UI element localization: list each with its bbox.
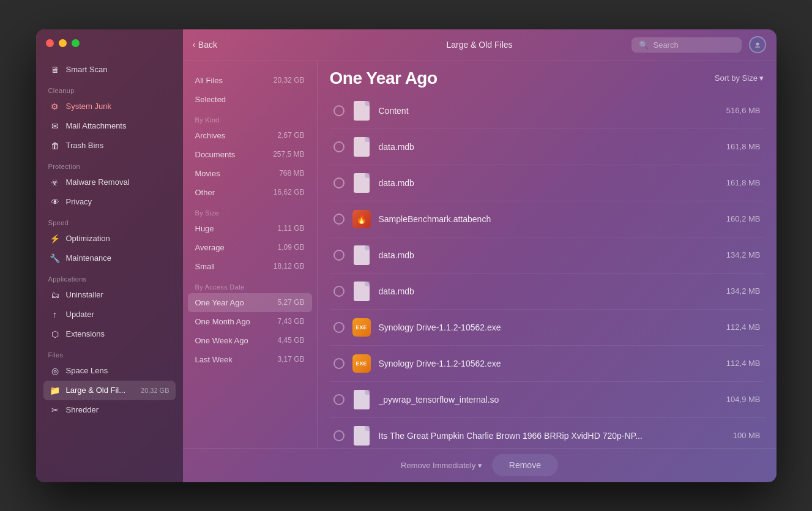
sidebar-item-label: System Junk [66,102,111,111]
file-icon [352,99,371,122]
file-name: Synology Drive-1.1.2-10562.exe [379,323,704,332]
file-size: 516,6 MB [712,106,761,115]
one-year-ago-label: One Year Ago [195,298,244,307]
doc-icon [354,282,370,301]
file-checkbox[interactable] [333,430,345,441]
sidebar-item-label: Optimization [66,234,110,243]
sidebar-item-privacy[interactable]: 👁 Privacy [43,192,176,212]
file-checkbox[interactable] [333,322,345,333]
sidebar-item-malware-removal[interactable]: ☣ Malware Removal [43,173,176,192]
filter-one-month-ago[interactable]: One Month Ago 7,43 GB [183,312,317,331]
optimization-icon: ⚡ [50,233,61,244]
table-row[interactable]: _pywrap_tensorflow_internal.so 104,9 MB [330,382,764,418]
movies-size: 768 MB [279,169,304,177]
huge-size: 1,11 GB [277,224,304,233]
user-avatar[interactable] [749,36,766,53]
one-month-ago-label: One Month Ago [195,317,250,326]
malware-icon: ☣ [50,177,61,188]
file-icon: 🔥 [352,207,371,231]
sidebar-item-mail-attachments[interactable]: ✉ Mail Attachments [43,116,176,136]
filter-movies[interactable]: Movies 768 MB [183,164,317,183]
filter-archives[interactable]: Archives 2,67 GB [183,126,317,145]
sidebar-item-space-lens[interactable]: ◎ Space Lens [43,361,176,381]
sidebar-item-maintenance[interactable]: 🔧 Maintenance [43,248,176,268]
filter-other[interactable]: Other 16,62 GB [183,183,317,202]
sidebar-section-files: Files ◎ Space Lens 📁 Large & Old Fil... … [36,346,183,420]
file-name: data.mdb [379,286,704,296]
table-row[interactable]: data.mdb 134,2 MB [330,274,764,310]
file-checkbox[interactable] [333,105,345,116]
sidebar-item-label: Malware Removal [66,177,130,187]
small-size: 18,12 GB [274,262,305,270]
search-bar[interactable]: 🔍 [631,37,742,53]
minimize-button[interactable] [59,39,67,47]
sidebar-item-trash-bins[interactable]: 🗑 Trash Bins [43,136,176,155]
filter-selected[interactable]: Selected [183,90,317,109]
table-row[interactable]: 🔥 SampleBenchmark.attabench 160,2 MB [330,201,764,237]
smart-scan-icon: 🖥 [50,64,61,75]
space-lens-icon: ◎ [50,365,61,376]
sort-button[interactable]: Sort by Size ▾ [715,73,764,83]
close-button[interactable] [46,39,54,47]
back-button[interactable]: ‹ Back [193,39,217,50]
table-row[interactable]: EXE Synology Drive-1.1.2-10562.exe 112,4… [330,310,764,346]
file-checkbox[interactable] [333,214,345,225]
table-row[interactable]: Content 516,6 MB [330,93,764,129]
sidebar-item-shredder[interactable]: ✂ Shredder [43,400,176,420]
filter-documents[interactable]: Documents 257,5 MB [183,145,317,164]
sidebar-item-optimization[interactable]: ⚡ Optimization [43,229,176,248]
file-name: data.mdb [379,178,704,188]
one-week-ago-label: One Week Ago [195,336,248,345]
sidebar-item-label: Updater [66,310,94,319]
doc-icon [354,173,370,193]
table-row[interactable]: data.mdb 161,8 MB [330,129,764,165]
maximize-button[interactable] [72,39,80,47]
window-title: Large & Old Files [446,40,512,50]
file-icon [352,244,371,267]
cleanup-label: Cleanup [43,82,176,97]
file-checkbox[interactable] [333,250,345,261]
filter-small[interactable]: Small 18,12 GB [183,257,317,276]
file-name: data.mdb [379,250,704,260]
file-checkbox[interactable] [333,177,345,188]
bottom-bar: Remove Immediately ▾ Remove [183,448,777,482]
sidebar-item-smart-scan[interactable]: 🖥 Smart Scan [43,60,176,80]
file-checkbox[interactable] [333,141,345,152]
one-year-ago-size: 5,27 GB [277,298,304,307]
search-icon: 🔍 [639,40,649,50]
filter-all-files[interactable]: All Files 20,32 GB [183,71,317,90]
table-row[interactable]: data.mdb 134,2 MB [330,237,764,274]
sidebar-item-uninstaller[interactable]: 🗂 Uninstaller [43,285,176,305]
filter-one-year-ago[interactable]: One Year Ago 5,27 GB [188,293,312,312]
file-checkbox[interactable] [333,394,345,405]
filter-last-week[interactable]: Last Week 3,17 GB [183,350,317,369]
titlebar: ‹ Back Large & Old Files 🔍 [183,29,777,61]
section-title: One Year Ago [330,69,438,88]
sidebar-item-large-old-files[interactable]: 📁 Large & Old Fil... 20,32 GB [43,381,176,400]
one-month-ago-size: 7,43 GB [277,317,304,326]
filter-average[interactable]: Average 1,09 GB [183,238,317,257]
remove-button[interactable]: Remove [492,454,558,476]
remove-immediately-label: Remove Immediately ▾ [401,461,482,470]
sidebar-item-label: Maintenance [66,253,111,263]
other-label: Other [195,188,215,197]
table-row[interactable]: data.mdb 161,8 MB [330,165,764,201]
search-input[interactable] [653,40,734,50]
shredder-icon: ✂ [50,405,61,416]
file-checkbox[interactable] [333,358,345,369]
filter-huge[interactable]: Huge 1,11 GB [183,219,317,238]
table-row[interactable]: EXE Synology Drive-1.1.2-10562.exe 112,4… [330,346,764,382]
uninstaller-icon: 🗂 [50,289,61,300]
remove-immediately-dropdown[interactable]: Remove Immediately ▾ [401,461,482,470]
sidebar-item-extensions[interactable]: ⬡ Extensions [43,324,176,344]
sidebar-item-label: Smart Scan [66,65,108,74]
sidebar-item-updater[interactable]: ↑ Updater [43,305,176,324]
filter-one-week-ago[interactable]: One Week Ago 4,45 GB [183,331,317,350]
maintenance-icon: 🔧 [50,253,61,264]
file-name: Content [379,106,704,116]
file-checkbox[interactable] [333,286,345,297]
sidebar-item-system-junk[interactable]: ⚙ System Junk [43,97,176,116]
file-size: 134,2 MB [712,286,761,296]
table-row[interactable]: Its The Great Pumpkin Charlie Brown 1966… [330,418,764,448]
file-size: 161,8 MB [712,142,761,151]
